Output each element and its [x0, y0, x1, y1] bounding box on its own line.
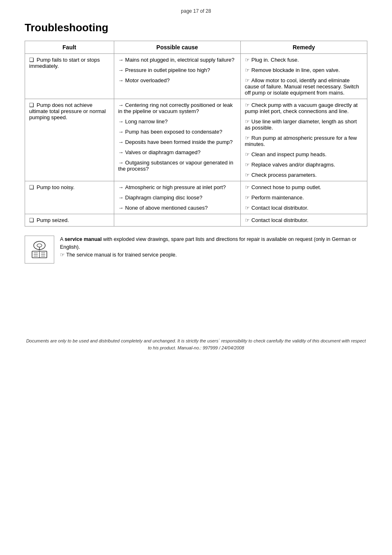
page-number: page 17 of 28	[25, 8, 367, 14]
cause-cell	[114, 214, 240, 227]
service-manual-text: A service manual with exploded view draw…	[60, 236, 367, 259]
remedy-item: Use line with larger diameter, length as…	[245, 118, 363, 131]
cause-item: Centering ring not correctly positioned …	[118, 102, 236, 114]
cause-item: Mains not plugged in, electrical supply …	[118, 57, 236, 63]
cause-item: Pump has been exposed to condensate?	[118, 129, 236, 135]
service-manual-note-sub: ☞ The service manual is for trained serv…	[60, 252, 177, 258]
cause-item: Long narrow line?	[118, 118, 236, 125]
troubleshooting-table: Fault Possible cause Remedy Pump fails t…	[25, 41, 367, 227]
remedy-item: Remove blockade in line, open valve.	[245, 67, 363, 73]
col-header-fault: Fault	[25, 41, 114, 54]
col-header-remedy: Remedy	[240, 41, 367, 54]
cause-item: Diaphragm clamping disc loose?	[118, 194, 236, 201]
fault-cell: Pump too noisy.	[25, 181, 114, 214]
cause-item: Motor overloaded?	[118, 77, 236, 83]
svg-point-1	[37, 244, 42, 247]
service-manual-bold: service manual	[65, 236, 101, 242]
remedy-item: Connect hose to pump outlet.	[245, 184, 363, 190]
remedy-item: Run pump at atmospheric pressure for a f…	[245, 135, 363, 147]
remedy-item: Allow motor to cool, identify and elimin…	[245, 77, 363, 96]
col-header-cause: Possible cause	[114, 41, 240, 54]
cause-item: Atmospheric or high pressure at inlet po…	[118, 184, 236, 190]
remedy-item: Check process parameters.	[245, 172, 363, 178]
fault-cell: Pump seized.	[25, 214, 114, 227]
fault-cell: Pump does not achieve ultimate total pre…	[25, 99, 114, 181]
cause-item: Valves or diaphragm damaged?	[118, 149, 236, 155]
remedy-item: Contact local distributor.	[245, 217, 363, 223]
service-manual-note: A service manual with exploded view draw…	[25, 236, 367, 264]
remedy-cell: Check pump with a vacuum gauge directly …	[240, 99, 367, 181]
remedy-item: Check pump with a vacuum gauge directly …	[245, 102, 363, 114]
fault-cell: Pump fails to start or stops immediately…	[25, 54, 114, 99]
remedy-cell: Plug in. Check fuse.Remove blockade in l…	[240, 54, 367, 99]
remedy-item: Clean and inspect pump heads.	[245, 151, 363, 157]
remedy-item: Plug in. Check fuse.	[245, 57, 363, 63]
footer-text: Documents are only to be used and distri…	[25, 338, 367, 351]
remedy-cell: Connect hose to pump outlet.Perform main…	[240, 181, 367, 214]
cause-item: Deposits have been formed inside the pum…	[118, 139, 236, 145]
remedy-item: Replace valves and/or diaphragms.	[245, 162, 363, 168]
cause-item: Outgasing substances or vapour generated…	[118, 160, 236, 172]
cause-item: Pressure in outlet pipeline too high?	[118, 67, 236, 73]
remedy-item: Contact local distributor.	[245, 205, 363, 211]
page-title: Troubleshooting	[25, 21, 367, 34]
service-manual-intro: A service manual	[60, 236, 103, 242]
service-manual-description: with exploded view drawings, spare part …	[60, 236, 356, 250]
service-manual-icon	[25, 236, 54, 264]
cause-cell: Atmospheric or high pressure at inlet po…	[114, 181, 240, 214]
cause-cell: Mains not plugged in, electrical supply …	[114, 54, 240, 99]
cause-cell: Centering ring not correctly positioned …	[114, 99, 240, 181]
remedy-cell: Contact local distributor.	[240, 214, 367, 227]
remedy-item: Perform maintenance.	[245, 194, 363, 201]
cause-item: None of above mentioned causes?	[118, 205, 236, 211]
